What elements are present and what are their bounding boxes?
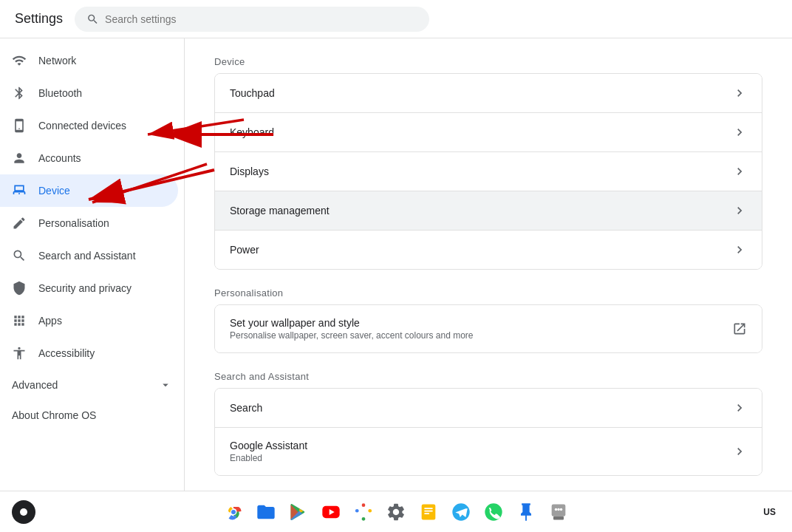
- svg-point-6: [231, 510, 236, 514]
- storage-title: Storage management: [230, 205, 330, 216]
- search-row[interactable]: Search: [215, 389, 762, 428]
- google-assistant-subtitle: Enabled: [230, 453, 307, 463]
- search-assistant-section: Search and Assistant Search Google Assis…: [214, 371, 762, 476]
- shield-icon: [12, 281, 27, 296]
- svg-rect-10: [422, 504, 436, 519]
- taskbar-files[interactable]: [251, 497, 281, 527]
- taskbar-whatsapp[interactable]: [479, 497, 508, 527]
- displays-title: Displays: [230, 166, 269, 177]
- sidebar-item-personalisation-label: Personalisation: [38, 217, 109, 229]
- advanced-label: Advanced: [12, 379, 58, 391]
- taskbar-left: [12, 500, 35, 524]
- sidebar-item-accounts-label: Accounts: [38, 152, 81, 164]
- taskbar-photos[interactable]: [349, 497, 378, 527]
- taskbar-notes[interactable]: [414, 497, 443, 527]
- svg-point-9: [361, 509, 366, 514]
- taskbar-chrome[interactable]: [219, 497, 248, 527]
- search-icon: [86, 13, 99, 26]
- sidebar-item-security-label: Security and privacy: [38, 282, 132, 294]
- personalisation-section-title: Personalisation: [214, 287, 762, 299]
- bluetooth-icon: [12, 86, 27, 100]
- sidebar-item-connected-devices-label: Connected devices: [38, 120, 126, 132]
- search-bar[interactable]: [75, 7, 429, 32]
- about-label: About Chrome OS: [12, 409, 96, 421]
- sidebar-item-apps-label: Apps: [38, 315, 62, 327]
- taskbar-youtube[interactable]: [316, 497, 346, 527]
- svg-rect-17: [553, 516, 564, 519]
- chevron-down-icon: [159, 378, 172, 392]
- camera-button[interactable]: [12, 500, 35, 524]
- taskbar-play[interactable]: [284, 497, 313, 527]
- wifi-icon: [12, 53, 27, 68]
- sidebar-item-accessibility-label: Accessibility: [38, 347, 95, 359]
- page-title: Settings: [15, 11, 63, 27]
- chevron-right-icon: [732, 203, 747, 218]
- taskbar-remote[interactable]: [544, 497, 573, 527]
- svg-point-20: [560, 508, 563, 511]
- power-title: Power: [230, 244, 259, 256]
- right-content: Device Touchpad Keyboard: [185, 38, 792, 491]
- svg-point-18: [555, 508, 558, 511]
- keyboard-title: Keyboard: [230, 126, 274, 138]
- chevron-right-icon: [732, 400, 747, 415]
- accessibility-icon: [12, 346, 27, 361]
- personalisation-section: Personalisation Set your wallpaper and s…: [214, 287, 762, 353]
- wallpaper-subtitle: Personalise wallpaper, screen saver, acc…: [230, 330, 474, 341]
- google-assistant-row[interactable]: Google Assistant Enabled: [215, 428, 762, 475]
- storage-management-row[interactable]: Storage management: [215, 191, 762, 231]
- svg-rect-13: [424, 513, 429, 514]
- search-assistant-card: Search Google Assistant Enabled: [214, 388, 762, 476]
- svg-rect-12: [424, 510, 433, 511]
- monitor-icon: [12, 183, 27, 198]
- sidebar-item-apps[interactable]: Apps: [0, 304, 178, 337]
- taskbar: US: [0, 491, 792, 532]
- main-content: Network Bluetooth Connected devices Acco…: [0, 38, 792, 491]
- smartphone-icon: [12, 118, 27, 133]
- touchpad-title: Touchpad: [230, 87, 275, 99]
- device-section: Device Touchpad Keyboard: [214, 56, 762, 270]
- sidebar-item-device-label: Device: [38, 185, 70, 197]
- sidebar-item-connected-devices[interactable]: Connected devices: [0, 109, 178, 142]
- taskbar-right: US: [759, 504, 780, 520]
- search-title: Search: [230, 402, 262, 414]
- taskbar-pin[interactable]: [511, 497, 541, 527]
- chevron-right-icon: [732, 86, 747, 100]
- personalisation-card: Set your wallpaper and style Personalise…: [214, 304, 762, 353]
- sidebar-item-bluetooth-label: Bluetooth: [38, 87, 82, 99]
- sidebar-item-network-label: Network: [38, 55, 76, 66]
- search-assistant-section-title: Search and Assistant: [214, 371, 762, 382]
- taskbar-telegram[interactable]: [446, 497, 476, 527]
- keyboard-row[interactable]: Keyboard: [215, 113, 762, 152]
- svg-rect-11: [424, 508, 433, 509]
- locale-badge: US: [759, 504, 780, 520]
- chevron-right-icon: [732, 125, 747, 140]
- edit-icon: [12, 216, 27, 231]
- chevron-right-icon: [732, 164, 747, 179]
- search-input[interactable]: [105, 13, 417, 25]
- wallpaper-row[interactable]: Set your wallpaper and style Personalise…: [215, 305, 762, 352]
- sidebar-item-accessibility[interactable]: Accessibility: [0, 337, 178, 369]
- sidebar-item-personalisation[interactable]: Personalisation: [0, 207, 178, 239]
- sidebar: Network Bluetooth Connected devices Acco…: [0, 38, 185, 491]
- person-icon: [12, 151, 27, 166]
- sidebar-item-accounts[interactable]: Accounts: [0, 142, 178, 174]
- google-assistant-title: Google Assistant: [230, 440, 307, 451]
- external-link-icon: [732, 321, 747, 336]
- wallpaper-title: Set your wallpaper and style: [230, 317, 474, 329]
- device-card: Touchpad Keyboard Displays: [214, 73, 762, 270]
- apps-icon: [12, 313, 27, 328]
- sidebar-item-network[interactable]: Network: [0, 44, 178, 77]
- displays-row[interactable]: Displays: [215, 152, 762, 191]
- sidebar-item-bluetooth[interactable]: Bluetooth: [0, 77, 178, 109]
- taskbar-settings[interactable]: [381, 497, 411, 527]
- camera-dot: [20, 508, 27, 516]
- advanced-toggle[interactable]: Advanced: [0, 369, 184, 400]
- sidebar-item-device[interactable]: Device: [0, 174, 178, 207]
- power-row[interactable]: Power: [215, 231, 762, 269]
- touchpad-row[interactable]: Touchpad: [215, 74, 762, 113]
- chevron-right-icon: [732, 444, 747, 459]
- sidebar-item-security[interactable]: Security and privacy: [0, 272, 178, 304]
- about-chrome-os[interactable]: About Chrome OS: [0, 400, 184, 430]
- top-bar: Settings: [0, 0, 792, 38]
- sidebar-item-search-and-assistant[interactable]: Search and Assistant: [0, 239, 178, 272]
